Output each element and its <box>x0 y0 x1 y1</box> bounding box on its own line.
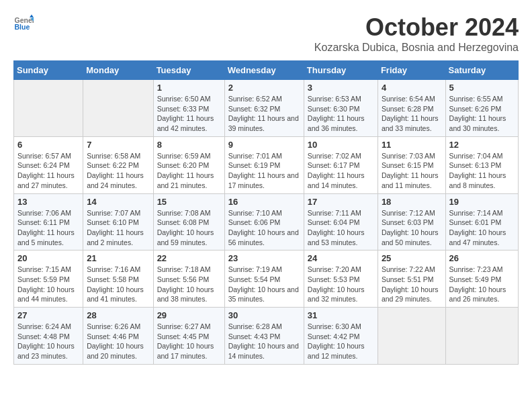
logo-icon: General Blue <box>13 13 34 34</box>
calendar-cell: 12Sunrise: 7:04 AM Sunset: 6:13 PM Dayli… <box>445 136 518 193</box>
calendar-cell: 13Sunrise: 7:06 AM Sunset: 6:11 PM Dayli… <box>14 193 83 250</box>
day-info: Sunrise: 6:50 AM Sunset: 6:33 PM Dayligh… <box>157 94 221 134</box>
day-info: Sunrise: 7:03 AM Sunset: 6:15 PM Dayligh… <box>382 151 442 191</box>
calendar-cell: 30Sunrise: 6:28 AM Sunset: 4:43 PM Dayli… <box>224 308 304 365</box>
calendar-week-1: 1Sunrise: 6:50 AM Sunset: 6:33 PM Daylig… <box>14 80 519 137</box>
day-number: 4 <box>382 83 442 93</box>
calendar-cell: 25Sunrise: 7:22 AM Sunset: 5:51 PM Dayli… <box>378 250 445 308</box>
day-info: Sunrise: 6:30 AM Sunset: 4:42 PM Dayligh… <box>308 322 374 361</box>
calendar-cell: 26Sunrise: 7:23 AM Sunset: 5:49 PM Dayli… <box>445 250 518 308</box>
day-number: 21 <box>87 253 149 263</box>
day-number: 15 <box>157 197 221 207</box>
svg-text:Blue: Blue <box>15 23 30 31</box>
day-number: 8 <box>157 140 221 150</box>
calendar-cell: 18Sunrise: 7:12 AM Sunset: 6:03 PM Dayli… <box>378 193 445 250</box>
day-info: Sunrise: 7:06 AM Sunset: 6:11 PM Dayligh… <box>17 208 79 248</box>
calendar-cell: 1Sunrise: 6:50 AM Sunset: 6:33 PM Daylig… <box>153 80 224 137</box>
day-number: 29 <box>157 310 221 320</box>
calendar-week-3: 13Sunrise: 7:06 AM Sunset: 6:11 PM Dayli… <box>14 193 519 250</box>
day-number: 24 <box>308 253 374 263</box>
day-info: Sunrise: 7:18 AM Sunset: 5:56 PM Dayligh… <box>157 265 221 304</box>
day-number: 26 <box>449 253 515 263</box>
day-info: Sunrise: 7:12 AM Sunset: 6:03 PM Dayligh… <box>382 208 442 248</box>
day-number: 2 <box>228 83 300 93</box>
day-number: 6 <box>17 140 79 150</box>
calendar-cell: 27Sunrise: 6:24 AM Sunset: 4:48 PM Dayli… <box>14 308 83 365</box>
calendar-cell: 19Sunrise: 7:14 AM Sunset: 6:01 PM Dayli… <box>445 193 518 250</box>
day-info: Sunrise: 6:54 AM Sunset: 6:28 PM Dayligh… <box>382 94 442 134</box>
logo: General Blue <box>13 13 34 34</box>
day-number: 23 <box>228 253 300 263</box>
day-info: Sunrise: 6:53 AM Sunset: 6:30 PM Dayligh… <box>308 94 374 134</box>
day-number: 22 <box>157 253 221 263</box>
day-info: Sunrise: 6:24 AM Sunset: 4:48 PM Dayligh… <box>17 322 79 361</box>
calendar-week-4: 20Sunrise: 7:15 AM Sunset: 5:59 PM Dayli… <box>14 250 519 308</box>
calendar-cell: 21Sunrise: 7:16 AM Sunset: 5:58 PM Dayli… <box>83 250 153 308</box>
calendar-cell: 16Sunrise: 7:10 AM Sunset: 6:06 PM Dayli… <box>224 193 304 250</box>
day-info: Sunrise: 7:22 AM Sunset: 5:51 PM Dayligh… <box>382 265 442 304</box>
calendar-cell: 3Sunrise: 6:53 AM Sunset: 6:30 PM Daylig… <box>304 80 378 137</box>
day-info: Sunrise: 6:59 AM Sunset: 6:20 PM Dayligh… <box>157 151 221 191</box>
calendar-cell: 14Sunrise: 7:07 AM Sunset: 6:10 PM Dayli… <box>83 193 153 250</box>
day-number: 14 <box>87 197 149 207</box>
calendar-cell: 15Sunrise: 7:08 AM Sunset: 6:08 PM Dayli… <box>153 193 224 250</box>
calendar-cell <box>445 308 518 365</box>
day-number: 19 <box>449 197 515 207</box>
calendar-header: SundayMondayTuesdayWednesdayThursdayFrid… <box>14 61 519 80</box>
calendar-cell: 6Sunrise: 6:57 AM Sunset: 6:24 PM Daylig… <box>14 136 83 193</box>
day-number: 12 <box>449 140 515 150</box>
header: General Blue October 2024 Kozarska Dubic… <box>13 13 519 54</box>
month-year-title: October 2024 <box>314 13 519 42</box>
day-info: Sunrise: 7:11 AM Sunset: 6:04 PM Dayligh… <box>308 208 374 248</box>
weekday-header-friday: Friday <box>378 61 445 80</box>
day-info: Sunrise: 6:52 AM Sunset: 6:32 PM Dayligh… <box>228 94 300 134</box>
weekday-header-monday: Monday <box>83 61 153 80</box>
day-info: Sunrise: 6:28 AM Sunset: 4:43 PM Dayligh… <box>228 322 300 361</box>
weekday-header-wednesday: Wednesday <box>224 61 304 80</box>
day-number: 28 <box>87 310 149 320</box>
day-info: Sunrise: 7:23 AM Sunset: 5:49 PM Dayligh… <box>449 265 515 304</box>
calendar-table: SundayMondayTuesdayWednesdayThursdayFrid… <box>13 60 519 365</box>
calendar-body: 1Sunrise: 6:50 AM Sunset: 6:33 PM Daylig… <box>14 80 519 365</box>
calendar-cell: 8Sunrise: 6:59 AM Sunset: 6:20 PM Daylig… <box>153 136 224 193</box>
day-info: Sunrise: 7:14 AM Sunset: 6:01 PM Dayligh… <box>449 208 515 248</box>
day-info: Sunrise: 6:26 AM Sunset: 4:46 PM Dayligh… <box>87 322 149 361</box>
calendar-week-5: 27Sunrise: 6:24 AM Sunset: 4:48 PM Dayli… <box>14 308 519 365</box>
calendar-cell: 11Sunrise: 7:03 AM Sunset: 6:15 PM Dayli… <box>378 136 445 193</box>
calendar-cell: 29Sunrise: 6:27 AM Sunset: 4:45 PM Dayli… <box>153 308 224 365</box>
weekday-row: SundayMondayTuesdayWednesdayThursdayFrid… <box>14 61 519 80</box>
day-info: Sunrise: 7:01 AM Sunset: 6:19 PM Dayligh… <box>228 151 300 191</box>
day-info: Sunrise: 6:58 AM Sunset: 6:22 PM Dayligh… <box>87 151 149 191</box>
day-number: 18 <box>382 197 442 207</box>
weekday-header-tuesday: Tuesday <box>153 61 224 80</box>
day-number: 31 <box>308 310 374 320</box>
calendar-cell: 17Sunrise: 7:11 AM Sunset: 6:04 PM Dayli… <box>304 193 378 250</box>
calendar-cell <box>14 80 83 137</box>
day-number: 13 <box>17 197 79 207</box>
day-info: Sunrise: 7:02 AM Sunset: 6:17 PM Dayligh… <box>308 151 374 191</box>
calendar-cell: 4Sunrise: 6:54 AM Sunset: 6:28 PM Daylig… <box>378 80 445 137</box>
calendar-cell: 5Sunrise: 6:55 AM Sunset: 6:26 PM Daylig… <box>445 80 518 137</box>
day-info: Sunrise: 7:04 AM Sunset: 6:13 PM Dayligh… <box>449 151 515 191</box>
day-number: 1 <box>157 83 221 93</box>
day-info: Sunrise: 7:19 AM Sunset: 5:54 PM Dayligh… <box>228 265 300 304</box>
day-number: 7 <box>87 140 149 150</box>
day-number: 11 <box>382 140 442 150</box>
day-info: Sunrise: 6:57 AM Sunset: 6:24 PM Dayligh… <box>17 151 79 191</box>
title-section: October 2024 Kozarska Dubica, Bosnia and… <box>314 13 519 54</box>
day-number: 5 <box>449 83 515 93</box>
calendar-cell: 10Sunrise: 7:02 AM Sunset: 6:17 PM Dayli… <box>304 136 378 193</box>
day-info: Sunrise: 6:55 AM Sunset: 6:26 PM Dayligh… <box>449 94 515 134</box>
day-number: 16 <box>228 197 300 207</box>
day-info: Sunrise: 7:08 AM Sunset: 6:08 PM Dayligh… <box>157 208 221 248</box>
day-info: Sunrise: 6:27 AM Sunset: 4:45 PM Dayligh… <box>157 322 221 361</box>
day-number: 10 <box>308 140 374 150</box>
calendar-cell: 31Sunrise: 6:30 AM Sunset: 4:42 PM Dayli… <box>304 308 378 365</box>
calendar-cell: 24Sunrise: 7:20 AM Sunset: 5:53 PM Dayli… <box>304 250 378 308</box>
calendar-cell: 7Sunrise: 6:58 AM Sunset: 6:22 PM Daylig… <box>83 136 153 193</box>
day-info: Sunrise: 7:16 AM Sunset: 5:58 PM Dayligh… <box>87 265 149 304</box>
weekday-header-thursday: Thursday <box>304 61 378 80</box>
day-number: 3 <box>308 83 374 93</box>
weekday-header-saturday: Saturday <box>445 61 518 80</box>
calendar-week-2: 6Sunrise: 6:57 AM Sunset: 6:24 PM Daylig… <box>14 136 519 193</box>
